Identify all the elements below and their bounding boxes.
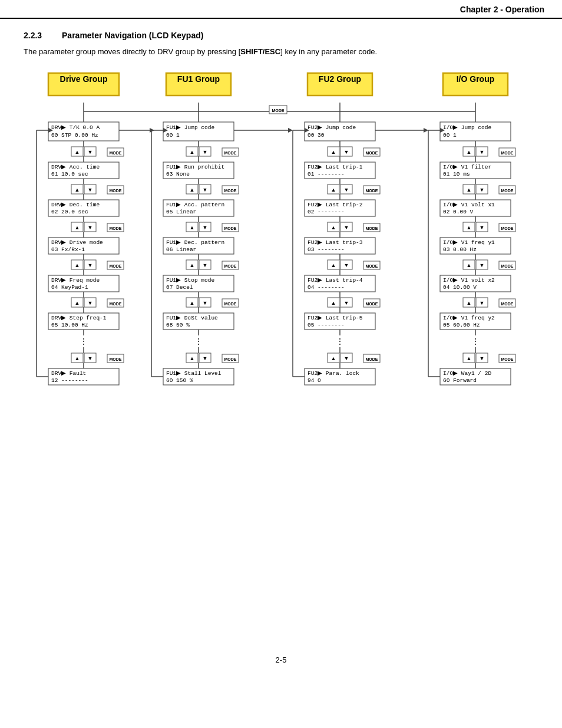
io-up-3-label: ▲ [467,262,472,268]
fu2-down-0-label: ▼ [344,149,349,155]
io-param-6-line2: 60 Forward [443,377,477,384]
fu2-mode-bot-label: MODE [366,357,378,361]
fu1-param-6-line1: FU1▶ Stall Level [166,370,222,377]
drv-param-5-line1: DRV▶ Step freq-1 [51,315,107,321]
fu2-ellipsis: ⋮ [336,337,344,346]
fu1-up-2-label: ▲ [190,225,195,230]
io-param-0-line2: 00 1 [443,132,457,139]
io-param-4-line2: 04 10.00 V [443,284,477,291]
io-mode-4-label: MODE [501,302,514,306]
content-area: 2.2.3 Parameter Navigation (LCD Keypad) … [0,19,562,676]
fu2-down-bot-label: ▼ [344,355,349,361]
fu1-param-4-line1: FU1▶ Stop mode [166,277,214,284]
fu1-param-2-line2: 05 Linear [166,209,196,215]
fu1-mode-1-label: MODE [224,189,237,193]
io-mode-1-label: MODE [501,189,514,193]
fu2-to-io-arrow [424,128,428,133]
io-down-4-label: ▼ [480,300,485,306]
drv-param-4-line2: 04 KeyPad-1 [51,284,88,291]
fu2-mode-0-label: MODE [366,151,378,155]
fu2-param-4-line1: FU2▶ Last trip-4 [308,277,363,284]
io-down-2-label: ▼ [480,225,485,230]
page-number: 2-5 [276,655,287,664]
fu2-param-0-line2: 00 30 [308,132,325,139]
drv-up-1-label: ▲ [75,187,80,193]
fu2-up-1-label: ▲ [331,187,336,193]
fu1-param-0-line1: FU1▶ Jump code [166,124,214,131]
io-param-5-line1: I/O▶ V1 freq y2 [443,315,495,321]
page: Chapter 2 - Operation 2.2.3 Parameter Na… [0,0,562,728]
page-footer: 2-5 [24,655,538,664]
fu2-param-2-line2: 02 -------- [308,209,345,215]
fu2-param-4-line2: 04 -------- [308,284,345,291]
fu2-down-4-label: ▼ [344,300,349,306]
fu1-up-4-label: ▲ [190,300,195,306]
fu1-mode-4-label: MODE [224,302,237,306]
fu2-mode-4-label: MODE [366,302,378,306]
io-param-5-line2: 05 60.00 Hz [443,322,480,328]
drive-group-label: Drive Group [60,74,108,84]
fu1-mode-3-label: MODE [224,264,237,268]
drv-down-3-label: ▼ [88,262,93,268]
fu2-mode-1-label: MODE [366,189,378,193]
io-param-3-line2: 03 0.00 Hz [443,246,477,253]
io-up-bot-label: ▲ [467,355,472,361]
io-up-4-label: ▲ [467,300,472,306]
drv-to-fu1-arrow [150,128,154,133]
io-param-1-line1: I/O▶ V1 filter [443,164,491,170]
fu1-param-5-line1: FU1▶ DcSt value [166,315,218,321]
drv-up-bot-label: ▲ [75,355,80,361]
fu2-param-5-line2: 05 -------- [308,322,345,328]
fu2-param-1-line1: FU2▶ Last trip-1 [308,164,363,170]
drv-param-6-line1: DRV▶ Fault [51,370,86,377]
fu1-param-3-line1: FU1▶ Dec. pattern [166,239,224,246]
diagram-svg: Drive Group FU1 Group FU2 Group I/O Grou… [25,70,537,636]
fu1-down-2-label: ▼ [203,225,208,230]
shift-esc-key: SHIFT/ESC [240,47,280,56]
io-param-2-line2: 02 0.00 V [443,209,474,215]
fu2-up-0-label: ▲ [331,149,336,155]
io-ellipsis: ⋮ [471,337,480,346]
drv-down-4-label: ▼ [88,300,93,306]
fu1-down-0-label: ▼ [203,149,208,155]
intro-paragraph: The parameter group moves directly to DR… [24,47,538,56]
io-mode-2-label: MODE [501,226,514,230]
fu1-param-2-line1: FU1▶ Acc. pattern [166,202,224,208]
io-down-1-label: ▼ [480,187,485,193]
drv-mode-4-label: MODE [110,302,122,306]
drv-param-0-line1: DRV▶ T/K 0.0 A [51,124,100,131]
drv-down-bot-label: ▼ [88,355,93,361]
io-up-1-label: ▲ [467,187,472,193]
fu2-param-3-line1: FU2▶ Last trip-3 [308,239,363,246]
io-down-0-label: ▼ [480,149,485,155]
drv-param-2-line1: DRV▶ Dec. time [51,202,100,208]
fu1-group-label: FU1 Group [177,74,220,84]
drv-param-6-line2: 12 -------- [51,377,88,384]
fu1-down-bot-label: ▼ [203,355,208,361]
fu1-mode-0-label: MODE [224,151,237,155]
io-param-4-line1: I/O▶ V1 volt x2 [443,277,495,284]
fu1-down-1-label: ▼ [203,187,208,193]
fu1-param-3-line2: 06 Linear [166,246,196,253]
fu2-up-4-label: ▲ [331,300,336,306]
drv-param-1-line2: 01 10.0 sec [51,171,88,177]
fu2-up-3-label: ▲ [331,262,336,268]
fu2-param-6-line1: FU2▶ Para. lock [308,370,359,377]
fu2-group-label: FU2 Group [319,74,361,84]
fu2-param-6-line2: 94 0 [308,377,321,384]
drv-param-3-line2: 03 Fx/Rx-1 [51,246,85,253]
intro-after: ] key in any parameter code. [280,47,377,56]
drv-up-4-label: ▲ [75,300,80,306]
fu1-up-0-label: ▲ [190,149,195,155]
drv-mode-bot-label: MODE [110,357,122,361]
fu1-param-4-line2: 07 Decel [166,284,193,291]
chapter-title: Chapter 2 - Operation [460,5,544,14]
drv-ellipsis: ⋮ [80,337,88,346]
io-mode-3-label: MODE [501,264,514,268]
fu1-param-0-line2: 00 1 [166,132,180,139]
fu2-param-5-line1: FU2▶ Last trip-5 [308,315,363,321]
drv-up-3-label: ▲ [75,262,80,268]
fu2-down-1-label: ▼ [344,187,349,193]
io-down-bot-label: ▼ [480,355,485,361]
fu1-param-1-line1: FU1▶ Run prohibit [166,164,224,170]
